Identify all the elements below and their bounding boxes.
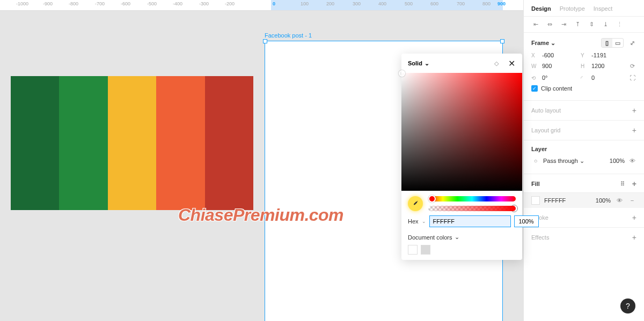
distribute-icon[interactable]: ⋮ bbox=[615, 21, 624, 28]
blend-mode-dropdown[interactable]: Pass through ⌄ bbox=[543, 158, 584, 165]
portrait-icon[interactable]: ▯ bbox=[602, 39, 612, 47]
tab-inspect[interactable]: Inspect bbox=[594, 5, 612, 12]
layout-grid-title: Layout grid bbox=[531, 127, 560, 133]
sv-cursor[interactable] bbox=[399, 70, 405, 77]
eyedropper-icon bbox=[412, 200, 419, 207]
ruler-tick: 600 bbox=[430, 1, 438, 6]
visibility-icon[interactable]: 👁 bbox=[628, 156, 636, 165]
visibility-icon[interactable]: 👁 bbox=[615, 196, 624, 205]
effects-section-title: Effects bbox=[531, 234, 549, 241]
align-hcenter-icon[interactable]: ⇔ bbox=[545, 21, 554, 28]
hue-knob[interactable] bbox=[428, 195, 436, 203]
align-vcenter-icon[interactable]: ⇕ bbox=[587, 21, 596, 28]
constrain-proportions-icon[interactable]: ⟳ bbox=[628, 62, 636, 70]
w-input[interactable]: 900 bbox=[542, 63, 566, 69]
add-layout-grid-button[interactable]: + bbox=[632, 126, 636, 135]
close-icon[interactable]: ✕ bbox=[507, 59, 516, 68]
ruler-tick: -200 bbox=[225, 1, 235, 6]
ruler-tick: -800 bbox=[69, 1, 78, 6]
document-colors-dropdown[interactable]: Document colors ⌄ bbox=[408, 234, 516, 241]
tab-design[interactable]: Design bbox=[531, 5, 551, 12]
fill-section-title: Fill bbox=[531, 181, 540, 187]
ruler-tick: 100 bbox=[301, 1, 309, 6]
frame-dropdown[interactable]: Frame ⌄ bbox=[531, 40, 555, 47]
ruler-tick: -1000 bbox=[16, 1, 28, 6]
fill-swatch[interactable] bbox=[531, 196, 540, 205]
x-input[interactable]: -600 bbox=[542, 52, 566, 58]
color-model-dropdown[interactable]: Hex bbox=[408, 218, 419, 225]
ruler-tick: -400 bbox=[173, 1, 182, 6]
doc-swatch[interactable] bbox=[408, 245, 418, 255]
chevron-down-icon: ⌄ bbox=[551, 40, 555, 46]
align-right-icon[interactable]: ⇥ bbox=[559, 21, 568, 28]
blend-mode-icon[interactable]: ◇ bbox=[492, 59, 501, 68]
corner-radius-icon: ◜ bbox=[581, 75, 588, 81]
fill-row: FFFFFF 100% 👁 − bbox=[524, 193, 644, 208]
add-fill-button[interactable]: + bbox=[632, 180, 636, 188]
resize-handle-tl[interactable] bbox=[263, 39, 267, 43]
hex-input[interactable] bbox=[429, 215, 511, 227]
color-palette-artwork bbox=[11, 76, 253, 210]
fill-hex-input[interactable]: FFFFFF bbox=[544, 197, 566, 204]
palette-swatch bbox=[108, 76, 156, 210]
x-label: X bbox=[531, 53, 539, 58]
alpha-knob[interactable] bbox=[510, 205, 518, 212]
w-label: W bbox=[531, 63, 539, 69]
chevron-down-icon: ⌄ bbox=[422, 219, 426, 224]
eyedropper-button[interactable] bbox=[408, 196, 423, 211]
palette-swatch bbox=[156, 76, 204, 210]
opacity-input[interactable] bbox=[514, 215, 539, 227]
clip-content-checkbox[interactable]: ✓ bbox=[531, 85, 538, 92]
resize-to-fit-icon[interactable]: ⤢ bbox=[628, 39, 636, 47]
ruler-tick: -600 bbox=[121, 1, 130, 6]
ruler-tick: -500 bbox=[147, 1, 157, 6]
add-effect-button[interactable]: + bbox=[632, 233, 636, 242]
chevron-down-icon: ⌄ bbox=[455, 234, 459, 241]
doc-swatch[interactable] bbox=[421, 245, 430, 255]
alpha-slider[interactable] bbox=[428, 206, 516, 211]
inspector-panel: Design Prototype Inspect ⇤ ⇔ ⇥ ⤒ ⇕ ⤓ ⋮ F… bbox=[523, 0, 644, 321]
y-input[interactable]: -1191 bbox=[591, 52, 615, 58]
ruler-tick: 800 bbox=[482, 1, 491, 6]
alignment-controls: ⇤ ⇔ ⇥ ⤒ ⇕ ⤓ ⋮ bbox=[524, 17, 644, 33]
add-stroke-button[interactable]: + bbox=[632, 213, 636, 222]
h-label: H bbox=[581, 63, 588, 69]
fill-type-dropdown[interactable]: Solid ⌄ bbox=[408, 60, 429, 67]
independent-corners-icon[interactable]: ⛶ bbox=[628, 73, 636, 82]
orientation-toggle[interactable]: ▯ ▭ bbox=[601, 38, 624, 48]
align-top-icon[interactable]: ⤒ bbox=[573, 21, 582, 28]
horizontal-ruler: -1000-900-800-700-600-500-400-300-200010… bbox=[0, 0, 523, 11]
frame-name-label[interactable]: Facebook post - 1 bbox=[265, 32, 312, 39]
palette-swatch bbox=[11, 76, 59, 210]
chevron-down-icon: ⌄ bbox=[425, 60, 429, 67]
rotation-icon: ⟲ bbox=[531, 75, 539, 81]
ruler-tick: 900 bbox=[497, 1, 506, 6]
layer-opacity-input[interactable]: 100% bbox=[610, 158, 625, 164]
corner-radius-input[interactable]: 0 bbox=[591, 74, 615, 81]
palette-swatch bbox=[205, 76, 253, 210]
align-bottom-icon[interactable]: ⤓ bbox=[601, 21, 610, 28]
resize-handle-tr[interactable] bbox=[500, 39, 504, 43]
h-input[interactable]: 1200 bbox=[591, 63, 615, 69]
auto-layout-title: Auto layout bbox=[531, 107, 561, 114]
rotation-input[interactable]: 0° bbox=[542, 74, 566, 81]
help-button[interactable]: ? bbox=[620, 298, 635, 313]
tab-prototype[interactable]: Prototype bbox=[560, 5, 585, 12]
fill-opacity-input[interactable]: 100% bbox=[596, 197, 611, 204]
hue-slider[interactable] bbox=[428, 196, 516, 201]
ruler-tick: -300 bbox=[199, 1, 209, 6]
align-left-icon[interactable]: ⇤ bbox=[531, 21, 540, 28]
document-swatches bbox=[408, 245, 516, 255]
blend-mode-icon[interactable]: ○ bbox=[531, 156, 540, 165]
watermark-text: ChiasePremium.com bbox=[178, 205, 343, 225]
y-label: Y bbox=[581, 53, 588, 58]
add-auto-layout-button[interactable]: + bbox=[632, 106, 636, 115]
landscape-icon[interactable]: ▭ bbox=[612, 39, 623, 47]
saturation-value-field[interactable] bbox=[401, 73, 522, 191]
ruler-tick: 0 bbox=[273, 1, 275, 6]
ruler-tick: -900 bbox=[43, 1, 53, 6]
ruler-tick: 500 bbox=[405, 1, 413, 6]
remove-fill-button[interactable]: − bbox=[628, 196, 636, 205]
style-icon[interactable]: ⠿ bbox=[618, 180, 627, 188]
ruler-tick: 400 bbox=[378, 1, 386, 6]
